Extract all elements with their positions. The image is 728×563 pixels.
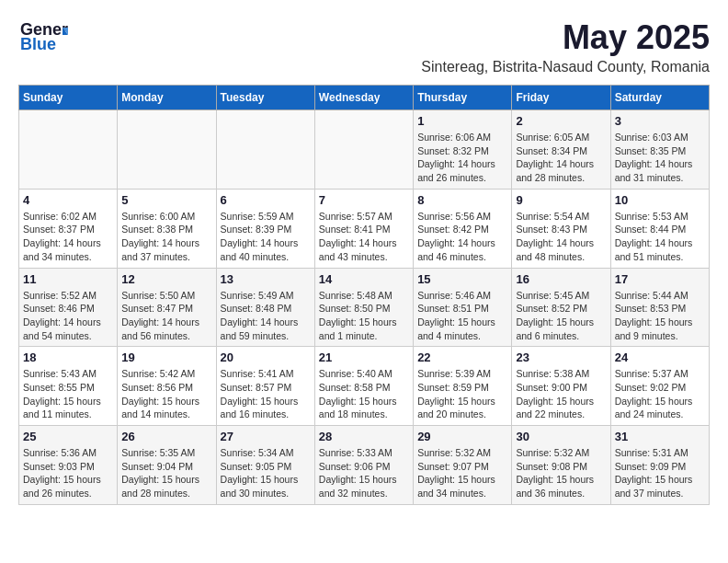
day-info: Sunrise: 5:38 AMSunset: 9:00 PMDaylight:… (516, 367, 606, 421)
day-info: Sunrise: 5:33 AMSunset: 9:06 PMDaylight:… (319, 446, 409, 500)
day-number: 23 (516, 350, 606, 364)
day-info: Sunrise: 5:32 AMSunset: 9:07 PMDaylight:… (417, 446, 507, 500)
calendar-subtitle: Sintereag, Bistrita-Nasaud County, Roman… (421, 59, 710, 75)
day-info: Sunrise: 5:54 AMSunset: 8:43 PMDaylight:… (516, 210, 606, 264)
calendar-table: SundayMondayTuesdayWednesdayThursdayFrid… (18, 85, 710, 505)
day-info: Sunrise: 6:06 AMSunset: 8:32 PMDaylight:… (417, 131, 507, 185)
calendar-cell: 22Sunrise: 5:39 AMSunset: 8:59 PMDayligh… (414, 347, 512, 426)
calendar-cell: 11Sunrise: 5:52 AMSunset: 8:46 PMDayligh… (19, 268, 118, 347)
calendar-cell: 26Sunrise: 5:35 AMSunset: 9:04 PMDayligh… (118, 426, 216, 505)
calendar-header-row: SundayMondayTuesdayWednesdayThursdayFrid… (19, 86, 710, 110)
day-number: 27 (221, 430, 311, 443)
calendar-cell: 30Sunrise: 5:32 AMSunset: 9:08 PMDayligh… (512, 426, 610, 505)
calendar-cell: 31Sunrise: 5:31 AMSunset: 9:09 PMDayligh… (610, 426, 709, 505)
day-number: 11 (23, 272, 113, 286)
day-number: 9 (516, 193, 606, 207)
day-info: Sunrise: 5:53 AMSunset: 8:44 PMDaylight:… (615, 210, 705, 264)
day-info: Sunrise: 5:40 AMSunset: 8:58 PMDaylight:… (319, 367, 409, 421)
day-number: 31 (615, 430, 705, 443)
day-info: Sunrise: 5:41 AMSunset: 8:57 PMDaylight:… (221, 367, 311, 421)
svg-text:Blue: Blue (20, 35, 56, 53)
day-number: 25 (23, 430, 113, 443)
calendar-cell: 14Sunrise: 5:48 AMSunset: 8:50 PMDayligh… (314, 268, 413, 347)
day-info: Sunrise: 6:02 AMSunset: 8:37 PMDaylight:… (23, 210, 113, 264)
day-number: 4 (23, 193, 113, 207)
calendar-cell: 24Sunrise: 5:37 AMSunset: 9:02 PMDayligh… (610, 347, 709, 426)
title-area: May 2025 Sintereag, Bistrita-Nasaud Coun… (421, 18, 710, 75)
calendar-title: May 2025 (421, 18, 710, 57)
calendar-cell: 17Sunrise: 5:44 AMSunset: 8:53 PMDayligh… (610, 268, 709, 347)
day-info: Sunrise: 5:50 AMSunset: 8:47 PMDaylight:… (121, 289, 211, 343)
day-info: Sunrise: 5:35 AMSunset: 9:04 PMDaylight:… (121, 446, 211, 500)
calendar-cell: 19Sunrise: 5:42 AMSunset: 8:56 PMDayligh… (118, 347, 216, 426)
calendar-week-3: 11Sunrise: 5:52 AMSunset: 8:46 PMDayligh… (19, 268, 710, 347)
day-info: Sunrise: 5:32 AMSunset: 9:08 PMDaylight:… (516, 446, 606, 500)
calendar-cell: 8Sunrise: 5:56 AMSunset: 8:42 PMDaylight… (414, 189, 512, 268)
day-info: Sunrise: 5:46 AMSunset: 8:51 PMDaylight:… (417, 289, 507, 343)
weekday-header-friday: Friday (512, 86, 610, 110)
day-info: Sunrise: 6:03 AMSunset: 8:35 PMDaylight:… (615, 131, 705, 185)
calendar-cell: 5Sunrise: 6:00 AMSunset: 8:38 PMDaylight… (118, 189, 216, 268)
calendar-cell: 10Sunrise: 5:53 AMSunset: 8:44 PMDayligh… (610, 189, 709, 268)
weekday-header-monday: Monday (118, 86, 216, 110)
logo: General Blue (18, 18, 68, 53)
day-number: 19 (121, 350, 211, 364)
calendar-cell: 28Sunrise: 5:33 AMSunset: 9:06 PMDayligh… (314, 426, 413, 505)
calendar-cell (314, 110, 413, 190)
calendar-cell: 16Sunrise: 5:45 AMSunset: 8:52 PMDayligh… (512, 268, 610, 347)
day-number: 24 (615, 350, 705, 364)
day-number: 29 (417, 430, 507, 443)
day-number: 28 (319, 430, 409, 443)
day-number: 8 (417, 193, 507, 207)
calendar-cell: 18Sunrise: 5:43 AMSunset: 8:55 PMDayligh… (19, 347, 118, 426)
day-number: 5 (121, 193, 211, 207)
day-info: Sunrise: 5:37 AMSunset: 9:02 PMDaylight:… (615, 367, 705, 421)
calendar-cell: 7Sunrise: 5:57 AMSunset: 8:41 PMDaylight… (314, 189, 413, 268)
day-info: Sunrise: 5:36 AMSunset: 9:03 PMDaylight:… (23, 446, 113, 500)
day-info: Sunrise: 5:52 AMSunset: 8:46 PMDaylight:… (23, 289, 113, 343)
calendar-cell (118, 110, 216, 190)
calendar-cell: 23Sunrise: 5:38 AMSunset: 9:00 PMDayligh… (512, 347, 610, 426)
day-number: 16 (516, 272, 606, 286)
calendar-cell: 1Sunrise: 6:06 AMSunset: 8:32 PMDaylight… (414, 110, 512, 190)
day-number: 30 (516, 430, 606, 443)
day-number: 14 (319, 272, 409, 286)
day-info: Sunrise: 5:31 AMSunset: 9:09 PMDaylight:… (615, 446, 705, 500)
day-number: 1 (417, 114, 507, 128)
calendar-week-4: 18Sunrise: 5:43 AMSunset: 8:55 PMDayligh… (19, 347, 710, 426)
day-number: 26 (121, 430, 211, 443)
day-number: 20 (221, 350, 311, 364)
day-info: Sunrise: 5:45 AMSunset: 8:52 PMDaylight:… (516, 289, 606, 343)
logo-icon: General Blue (20, 18, 68, 53)
calendar-cell (216, 110, 314, 190)
weekday-header-tuesday: Tuesday (216, 86, 314, 110)
day-info: Sunrise: 5:39 AMSunset: 8:59 PMDaylight:… (417, 367, 507, 421)
calendar-week-5: 25Sunrise: 5:36 AMSunset: 9:03 PMDayligh… (19, 426, 710, 505)
calendar-cell: 12Sunrise: 5:50 AMSunset: 8:47 PMDayligh… (118, 268, 216, 347)
calendar-cell: 9Sunrise: 5:54 AMSunset: 8:43 PMDaylight… (512, 189, 610, 268)
calendar-cell: 21Sunrise: 5:40 AMSunset: 8:58 PMDayligh… (314, 347, 413, 426)
calendar-header: General Blue May 2025 Sintereag, Bistrit… (18, 18, 710, 75)
day-info: Sunrise: 5:42 AMSunset: 8:56 PMDaylight:… (121, 367, 211, 421)
day-info: Sunrise: 6:00 AMSunset: 8:38 PMDaylight:… (121, 210, 211, 264)
calendar-cell: 2Sunrise: 6:05 AMSunset: 8:34 PMDaylight… (512, 110, 610, 190)
calendar-cell: 3Sunrise: 6:03 AMSunset: 8:35 PMDaylight… (610, 110, 709, 190)
day-number: 13 (221, 272, 311, 286)
day-number: 6 (221, 193, 311, 207)
day-number: 18 (23, 350, 113, 364)
day-info: Sunrise: 5:56 AMSunset: 8:42 PMDaylight:… (417, 210, 507, 264)
weekday-header-thursday: Thursday (414, 86, 512, 110)
calendar-cell: 13Sunrise: 5:49 AMSunset: 8:48 PMDayligh… (216, 268, 314, 347)
day-number: 7 (319, 193, 409, 207)
weekday-header-saturday: Saturday (610, 86, 709, 110)
day-number: 10 (615, 193, 705, 207)
calendar-cell: 29Sunrise: 5:32 AMSunset: 9:07 PMDayligh… (414, 426, 512, 505)
day-info: Sunrise: 5:48 AMSunset: 8:50 PMDaylight:… (319, 289, 409, 343)
day-number: 15 (417, 272, 507, 286)
day-number: 12 (121, 272, 211, 286)
calendar-cell: 25Sunrise: 5:36 AMSunset: 9:03 PMDayligh… (19, 426, 118, 505)
day-info: Sunrise: 5:34 AMSunset: 9:05 PMDaylight:… (221, 446, 311, 500)
calendar-cell: 20Sunrise: 5:41 AMSunset: 8:57 PMDayligh… (216, 347, 314, 426)
day-info: Sunrise: 5:44 AMSunset: 8:53 PMDaylight:… (615, 289, 705, 343)
calendar-cell: 15Sunrise: 5:46 AMSunset: 8:51 PMDayligh… (414, 268, 512, 347)
